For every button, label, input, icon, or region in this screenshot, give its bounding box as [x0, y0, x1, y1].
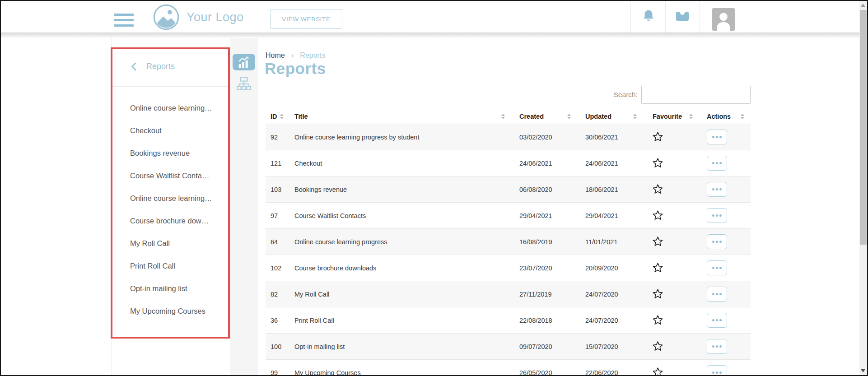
scroll-down-arrow-icon[interactable] — [861, 369, 865, 372]
cell-updated: 15/07/2020 — [577, 343, 643, 350]
cell-id: 92 — [266, 134, 290, 141]
sidebar-item[interactable]: My Upcoming Courses — [130, 300, 230, 322]
sidebar-item[interactable]: Online course learning… — [130, 187, 230, 209]
favourite-star-button[interactable] — [653, 315, 663, 325]
cell-title: Online course learning progress by stude… — [290, 134, 511, 141]
sidebar-header: Reports — [112, 38, 230, 87]
row-actions-button[interactable] — [707, 260, 727, 275]
sidebar-item[interactable]: Online course learning… — [130, 97, 230, 119]
favourite-star-button[interactable] — [653, 341, 663, 351]
cell-updated: 11/01/2021 — [577, 238, 643, 246]
dot — [719, 188, 722, 190]
sidebar-item[interactable]: Print Roll Call — [130, 255, 230, 277]
row-actions-button[interactable] — [707, 313, 727, 328]
sidebar-item[interactable]: Course Waitlist Conta… — [130, 164, 230, 187]
notifications-button[interactable] — [642, 9, 655, 25]
breadcrumb-home[interactable]: Home — [266, 51, 285, 60]
inbox-button[interactable] — [675, 10, 690, 23]
cell-favourite — [643, 262, 699, 274]
header-shadow — [1, 32, 867, 38]
cell-updated: 18/06/2021 — [577, 186, 643, 193]
dot — [712, 293, 714, 295]
sort-icon — [689, 114, 693, 119]
cell-actions — [699, 287, 751, 302]
row-actions-button[interactable] — [707, 234, 727, 249]
search-input[interactable] — [641, 86, 751, 104]
logo[interactable]: Your Logo — [153, 3, 244, 31]
favourite-star-button[interactable] — [653, 236, 663, 246]
bar-chart-icon — [237, 56, 251, 69]
cell-id: 36 — [266, 317, 290, 324]
dot — [712, 319, 714, 321]
cell-favourite — [643, 315, 699, 326]
dot — [712, 188, 714, 190]
column-header-actions[interactable]: Actions — [699, 113, 751, 120]
breadcrumb: Home › Reports — [266, 51, 325, 60]
favourite-star-button[interactable] — [653, 262, 663, 273]
sidebar-item[interactable]: Bookings revenue — [130, 142, 230, 164]
divider — [630, 1, 631, 32]
cell-favourite — [643, 131, 699, 143]
cell-favourite — [643, 184, 699, 195]
sidebar-item[interactable]: Course brochure dow… — [130, 209, 230, 232]
reports-chart-button[interactable] — [233, 54, 255, 70]
cell-title: Checkout — [290, 160, 511, 167]
cell-created: 24/06/2021 — [511, 160, 577, 167]
chevron-left-icon[interactable] — [131, 62, 136, 71]
user-avatar[interactable] — [712, 8, 735, 31]
dot — [712, 267, 714, 269]
dot — [716, 345, 718, 348]
cell-favourite — [643, 210, 699, 222]
cell-title: Course Waitlist Contacts — [290, 212, 511, 219]
row-actions-button[interactable] — [707, 182, 727, 197]
cell-actions — [699, 365, 751, 376]
column-label: Updated — [585, 113, 611, 120]
favourite-star-button[interactable] — [653, 131, 663, 142]
main-content: Home › Reports Reports Search: IDTitleCr… — [266, 38, 751, 375]
row-actions-button[interactable] — [707, 130, 727, 144]
sidebar-item[interactable]: Opt-in mailing list — [130, 277, 230, 300]
row-actions-button[interactable] — [707, 287, 727, 302]
favourite-star-button[interactable] — [653, 210, 663, 220]
dot — [716, 162, 718, 164]
column-header-title[interactable]: Title — [290, 113, 511, 120]
favourite-star-button[interactable] — [653, 367, 663, 376]
cell-id: 100 — [266, 343, 290, 350]
bell-icon — [642, 9, 655, 23]
column-header-created[interactable]: Created — [511, 113, 577, 120]
scrollbar-thumb[interactable] — [860, 10, 867, 245]
cell-created: 26/05/2020 — [511, 369, 577, 376]
scroll-up-arrow-icon[interactable] — [861, 4, 865, 7]
table-row: 64Online course learning progress16/08/2… — [266, 229, 751, 255]
dot — [716, 241, 718, 243]
app-window: Your Logo VIEW WEBSITE — [0, 0, 868, 376]
dot — [712, 371, 714, 374]
star-outline-icon — [653, 315, 663, 325]
sidebar-item[interactable]: My Roll Call — [130, 232, 230, 255]
cell-created: 16/08/2019 — [511, 238, 577, 246]
favourite-star-button[interactable] — [653, 158, 663, 168]
column-header-id[interactable]: ID — [266, 113, 290, 120]
row-actions-button[interactable] — [707, 365, 727, 376]
cell-id: 121 — [266, 160, 290, 167]
cell-title: Print Roll Call — [290, 317, 511, 324]
column-header-updated[interactable]: Updated — [577, 113, 643, 120]
column-header-favourite[interactable]: Favourite — [643, 113, 699, 120]
star-outline-icon — [653, 341, 663, 351]
sitemap-button[interactable] — [235, 76, 252, 92]
menu-icon[interactable] — [114, 14, 134, 27]
favourite-star-button[interactable] — [653, 184, 663, 194]
view-website-button[interactable]: VIEW WEBSITE — [270, 9, 342, 29]
star-outline-icon — [653, 184, 663, 194]
search-bar: Search: — [614, 86, 751, 104]
dot — [716, 188, 718, 190]
vertical-scrollbar[interactable] — [859, 1, 867, 375]
cell-id: 103 — [266, 186, 290, 193]
row-actions-button[interactable] — [707, 339, 727, 354]
sidebar-item[interactable]: Checkout — [130, 119, 230, 142]
row-actions-button[interactable] — [707, 156, 727, 171]
cell-favourite — [643, 341, 699, 353]
row-actions-button[interactable] — [707, 208, 727, 223]
sort-icon — [280, 114, 284, 119]
favourite-star-button[interactable] — [653, 288, 663, 299]
